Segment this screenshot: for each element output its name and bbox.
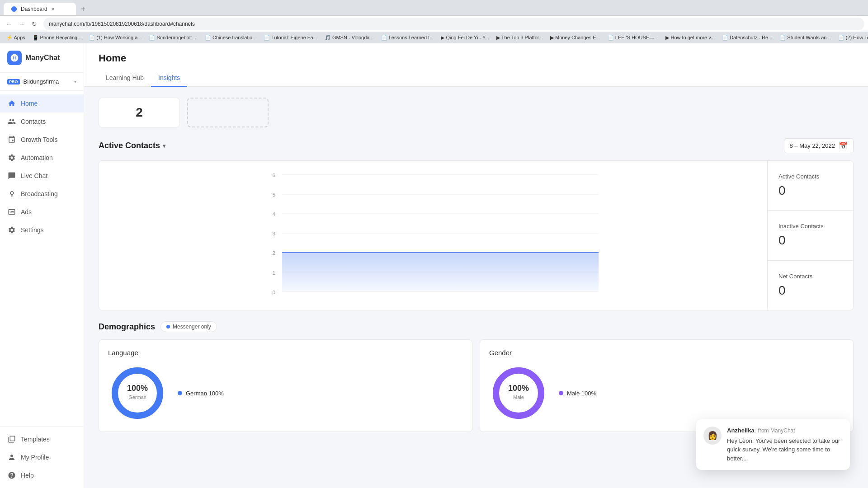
active-tab[interactable]: Dashboard ✕ bbox=[4, 3, 76, 15]
sidebar-item-templates[interactable]: Templates bbox=[0, 430, 84, 448]
sidebar-item-my-profile[interactable]: My Profile bbox=[0, 448, 84, 466]
sidebar-item-ads[interactable]: Ads bbox=[0, 203, 84, 221]
bookmark-5[interactable]: 📄 Tutorial: Eigene Fa... bbox=[261, 34, 320, 42]
settings-icon bbox=[7, 225, 16, 235]
active-contacts-chart: 6 5 4 3 2 1 0 bbox=[108, 170, 758, 296]
bookmark-14[interactable]: 📄 Student Wants an... bbox=[777, 34, 833, 42]
svg-point-0 bbox=[11, 6, 17, 12]
language-card-title: Language bbox=[108, 349, 463, 357]
tab-insights[interactable]: Insights bbox=[151, 70, 187, 87]
active-contacts-title[interactable]: Active Contacts ▾ bbox=[99, 141, 165, 150]
contacts-icon bbox=[7, 117, 16, 126]
tab-close-button[interactable]: ✕ bbox=[51, 7, 55, 12]
bookmark-2[interactable]: 📄 (1) How Working a... bbox=[86, 34, 144, 42]
german-dot bbox=[178, 391, 182, 395]
sidebar-item-broadcasting-label: Broadcasting bbox=[21, 190, 58, 197]
workspace-selector[interactable]: PRO Bildungsfirma ▾ bbox=[0, 73, 84, 91]
tab-bar: Dashboard ✕ + bbox=[0, 0, 868, 15]
sidebar-item-live-chat-label: Live Chat bbox=[21, 172, 47, 179]
stat-net-contacts-value: 0 bbox=[778, 283, 842, 298]
sidebar-item-automation[interactable]: Automation bbox=[0, 149, 84, 167]
content-area: 2 Active Contacts ▾ 8 – May 22, 2022 📅 bbox=[84, 87, 868, 443]
bookmark-8[interactable]: ▶ Qing Fei De Yi - Y... bbox=[438, 34, 492, 42]
bookmark-apps[interactable]: ⚡ Apps bbox=[4, 34, 28, 42]
forward-button[interactable]: → bbox=[16, 19, 27, 29]
chat-source: from ManyChat bbox=[758, 427, 795, 434]
demographics-filter[interactable]: Messenger only bbox=[160, 321, 217, 332]
bookmark-13[interactable]: 📄 Datenschutz - Re... bbox=[719, 34, 775, 42]
chat-popup-header: 👩 Anzhelika from ManyChat Hey Leon, You'… bbox=[703, 427, 843, 463]
sidebar-item-growth-tools[interactable]: Growth Tools bbox=[0, 131, 84, 149]
bookmark-4[interactable]: 📄 Chinese translatio... bbox=[202, 34, 259, 42]
gender-card: Gender 100% Male Male 100% bbox=[480, 339, 854, 432]
male-label: Male 100% bbox=[567, 390, 596, 397]
sidebar-item-my-profile-label: My Profile bbox=[21, 454, 49, 461]
svg-text:Male: Male bbox=[513, 394, 524, 400]
sidebar-item-help-label: Help bbox=[21, 472, 34, 479]
bookmark-11[interactable]: 📄 LEE 'S HOUSE—... bbox=[605, 34, 661, 42]
gender-legend: Male 100% bbox=[559, 390, 596, 397]
bookmark-9[interactable]: ▶ The Top 3 Platfor... bbox=[494, 34, 546, 42]
bookmark-7[interactable]: 📄 Lessons Learned f... bbox=[378, 34, 437, 42]
sidebar-item-live-chat[interactable]: Live Chat bbox=[0, 167, 84, 185]
logo-text: ManyChat bbox=[25, 54, 60, 62]
stat-net-contacts-label: Net Contacts bbox=[778, 273, 842, 280]
back-button[interactable]: ← bbox=[4, 19, 14, 29]
bookmark-1[interactable]: 📱 Phone Recycling... bbox=[30, 34, 85, 42]
bookmark-6[interactable]: 🎵 GMSN - Vologda... bbox=[322, 34, 377, 42]
main-nav: Home Contacts Growth Tools Automation bbox=[0, 91, 84, 426]
date-range-selector[interactable]: 8 – May 22, 2022 📅 bbox=[784, 138, 854, 153]
stat-net-contacts: Net Contacts 0 bbox=[768, 261, 853, 310]
chat-message: Hey Leon, You've been selected to take o… bbox=[727, 436, 843, 463]
tab-title: Dashboard bbox=[21, 6, 47, 12]
tab-favicon bbox=[11, 6, 17, 12]
stat-inactive-contacts: Inactive Contacts 0 bbox=[768, 211, 853, 260]
svg-text:6: 6 bbox=[273, 172, 276, 178]
messenger-dot bbox=[166, 325, 170, 328]
svg-text:22. May: 22. May bbox=[563, 296, 581, 296]
browser-chrome: Dashboard ✕ + ← → ↻ manychat.com/fb/1981… bbox=[0, 0, 868, 43]
chat-popup[interactable]: 👩 Anzhelika from ManyChat Hey Leon, You'… bbox=[696, 419, 850, 470]
pro-badge: PRO bbox=[7, 79, 20, 84]
bookmark-12[interactable]: ▶ How to get more v... bbox=[663, 34, 717, 42]
top-card-1-value: 2 bbox=[136, 105, 143, 120]
bookmark-10[interactable]: ▶ Money Changes E... bbox=[547, 34, 603, 42]
new-tab-button[interactable]: + bbox=[78, 4, 89, 14]
tab-learning-hub[interactable]: Learning Hub bbox=[99, 70, 151, 87]
sidebar-item-contacts[interactable]: Contacts bbox=[0, 113, 84, 131]
svg-text:0: 0 bbox=[273, 289, 276, 296]
svg-text:18. May: 18. May bbox=[481, 296, 498, 296]
sidebar-item-home[interactable]: Home bbox=[0, 94, 84, 113]
svg-text:14. May: 14. May bbox=[398, 296, 415, 296]
bookmark-15[interactable]: 📄 (2) How To Add ... bbox=[835, 34, 868, 42]
sidebar-item-help[interactable]: Help bbox=[0, 466, 84, 484]
svg-text:3: 3 bbox=[273, 230, 276, 237]
sidebar-item-templates-label: Templates bbox=[21, 436, 50, 443]
sidebar: ManyChat PRO Bildungsfirma ▾ Home Contac… bbox=[0, 43, 84, 488]
reload-button[interactable]: ↻ bbox=[29, 19, 40, 29]
male-dot bbox=[559, 391, 563, 395]
chart-stats: Active Contacts 0 Inactive Contacts 0 Ne… bbox=[767, 161, 853, 310]
sidebar-item-home-label: Home bbox=[21, 100, 38, 107]
sidebar-item-settings[interactable]: Settings bbox=[0, 221, 84, 239]
broadcasting-icon bbox=[7, 189, 16, 198]
svg-text:1: 1 bbox=[273, 270, 276, 276]
sidebar-bottom: Templates My Profile Help bbox=[0, 426, 84, 488]
top-card-2 bbox=[187, 98, 269, 127]
url-bar[interactable]: manychat.com/fb/19815020819200618/dashbo… bbox=[43, 18, 864, 30]
top-cards: 2 bbox=[99, 98, 854, 127]
svg-text:German: German bbox=[128, 394, 146, 400]
demographics-cards: Language 100% German German 100% bbox=[99, 339, 854, 432]
sidebar-item-growth-tools-label: Growth Tools bbox=[21, 136, 57, 143]
bookmark-3[interactable]: 📄 Sonderangebot: ... bbox=[146, 34, 200, 42]
language-donut-chart: 100% German bbox=[108, 364, 167, 422]
svg-text:5: 5 bbox=[273, 192, 276, 198]
page-tabs: Learning Hub Insights bbox=[99, 70, 854, 86]
active-contacts-header: Active Contacts ▾ 8 – May 22, 2022 📅 bbox=[99, 138, 854, 153]
sidebar-item-settings-label: Settings bbox=[21, 226, 44, 234]
manychat-logo-svg bbox=[10, 53, 19, 62]
gender-donut-chart: 100% Male bbox=[489, 364, 548, 422]
chat-popup-info: Anzhelika from ManyChat Hey Leon, You've… bbox=[727, 427, 843, 463]
sidebar-item-broadcasting[interactable]: Broadcasting bbox=[0, 185, 84, 203]
svg-point-29 bbox=[496, 371, 541, 416]
